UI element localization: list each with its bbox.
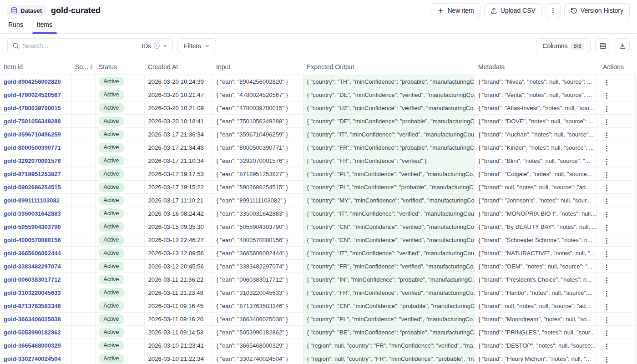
status-badge: Active (99, 248, 124, 258)
columns-button[interactable]: Columns 8/8 (536, 38, 591, 53)
created-at-cell: 2026-03-12 20:45:56 (144, 260, 212, 273)
metadata-cell: { "brand": "By BEAUTY BAY", "notes": nul… (475, 220, 597, 233)
filters-label: Filters (184, 42, 201, 50)
row-actions-kebab-icon[interactable] (603, 210, 610, 219)
actions-cell (597, 339, 635, 352)
table-row: gold-3302740024504 Active 2026-03-10 21:… (0, 352, 635, 364)
row-actions-kebab-icon[interactable] (603, 223, 610, 233)
row-actions-kebab-icon[interactable] (603, 157, 610, 167)
item-id-link[interactable]: gold-4780024520567 (4, 91, 61, 98)
search-input[interactable] (23, 42, 138, 50)
expected-output-cell: { "country": "MY", "minConfidence": "ver… (303, 194, 475, 207)
tab-items[interactable]: Items (36, 19, 53, 33)
item-id-link[interactable]: gold-7501056349288 (4, 118, 61, 125)
version-history-button[interactable]: Version History (564, 3, 630, 18)
row-actions-kebab-icon[interactable] (603, 78, 610, 87)
item-id-link[interactable]: gold-3663406025038 (4, 316, 61, 323)
table-row: gold-7501056349288 Active 2026-03-20 10:… (0, 115, 635, 128)
status-badge: Active (99, 328, 124, 337)
source-cell (71, 247, 95, 260)
row-actions-kebab-icon[interactable] (603, 183, 610, 193)
row-actions-kebab-icon[interactable] (603, 315, 610, 325)
search-icon (12, 42, 19, 49)
item-id-link[interactable]: gold-5053990182862 (4, 329, 61, 336)
input-cell: { "ean": "5902686254515" } (212, 181, 303, 194)
expected-output-cell: { "country": "DE", "minConfidence": "pro… (303, 115, 475, 128)
actions-cell (597, 260, 635, 273)
row-actions-kebab-icon[interactable] (603, 144, 610, 153)
row-actions-kebab-icon[interactable] (603, 104, 610, 114)
input-cell: { "ean": "8718951253827" } (212, 167, 303, 181)
item-id-link[interactable]: gold-3103220045633 (4, 289, 61, 296)
status-badge: Active (99, 341, 124, 350)
tab-runs[interactable]: Runs (7, 19, 24, 33)
metadata-cell: { "brand": "Haribo", "notes": null, "sou… (475, 286, 597, 299)
status-cell: Active (95, 233, 144, 247)
row-actions-kebab-icon[interactable] (603, 197, 610, 206)
expected-output-cell: { "region": null, "country": "FR", "minC… (303, 352, 475, 364)
row-actions-kebab-icon[interactable] (603, 131, 610, 140)
item-id-link[interactable]: gold-8000500390771 (4, 144, 61, 151)
item-id-link[interactable]: gold-3292070001576 (4, 157, 61, 164)
more-actions-button[interactable] (546, 3, 561, 18)
col-header-source: So...i (71, 60, 95, 75)
row-actions-kebab-icon[interactable] (603, 289, 610, 298)
item-id-link[interactable]: gold-4780039700015 (4, 105, 61, 111)
row-actions-kebab-icon[interactable] (603, 342, 610, 351)
col-header-input: Input (212, 60, 303, 75)
row-actions-kebab-icon[interactable] (603, 355, 610, 364)
row-actions-kebab-icon[interactable] (603, 329, 610, 338)
source-cell (71, 273, 95, 286)
item-id-link[interactable]: gold-3350031642883 (4, 210, 61, 217)
row-actions-kebab-icon[interactable] (603, 117, 610, 127)
item-id-link[interactable]: gold-5055904303790 (4, 223, 61, 230)
expected-output-cell: { "region": null, "country": "FR", "minC… (303, 339, 475, 352)
item-id-link[interactable]: gold-8904256002820 (4, 78, 61, 85)
row-actions-kebab-icon[interactable] (603, 249, 610, 259)
item-id-link[interactable]: gold-4000570080156 (4, 237, 61, 243)
item-id-link[interactable]: gold-3596710496259 (4, 131, 61, 138)
item-id-link[interactable]: gold-3665606002444 (4, 250, 61, 257)
metadata-cell: { "brand": "DESTOP", "notes": null, "sou… (475, 339, 597, 352)
created-at-cell: 2026-03-10 21:23:41 (144, 339, 212, 352)
row-actions-kebab-icon[interactable] (603, 276, 610, 285)
status-cell: Active (95, 128, 144, 141)
col-header-created-at: Created At (144, 60, 212, 75)
download-button[interactable] (615, 38, 630, 53)
item-id-link[interactable]: gold-3383482297074 (4, 263, 61, 270)
row-actions-kebab-icon[interactable] (603, 236, 610, 246)
created-at-cell: 2026-03-16 08:24:42 (144, 207, 212, 220)
expected-output-cell: { "country": "DE", "minConfidence": "ver… (303, 88, 475, 101)
source-cell (71, 286, 95, 299)
row-actions-kebab-icon[interactable] (603, 91, 610, 101)
row-actions-kebab-icon[interactable] (603, 263, 610, 272)
metadata-cell: { "brand": "Nivea", "notes": null, "sour… (475, 75, 597, 88)
table-row: gold-4780024520567 Active 2026-03-20 10:… (0, 88, 635, 101)
status-badge: Active (99, 314, 124, 324)
row-height-button[interactable] (595, 38, 610, 53)
item-id-link[interactable]: gold-3665468000329 (4, 342, 61, 349)
item-id-link[interactable]: gold-5902686254515 (4, 184, 61, 191)
expected-output-cell: { "country": "IT", "minConfidence": "ver… (303, 247, 475, 260)
expected-output-cell: { "country": "CN", "minConfidence": "pro… (303, 299, 475, 313)
item-id-link[interactable]: gold-8718951253827 (4, 171, 61, 177)
item-id-link[interactable]: gold-3302740024504 (4, 355, 61, 362)
table-row: gold-5053990182862 Active 2026-03-11 09:… (0, 326, 635, 339)
item-id-link[interactable]: gold-0060383017712 (4, 276, 61, 283)
filters-button[interactable]: Filters (177, 38, 216, 53)
col-header-item-id: Item id (0, 60, 71, 75)
actions-cell (597, 233, 635, 247)
search-scope-select[interactable]: IDs i (142, 42, 168, 50)
version-history-label: Version History (581, 7, 623, 14)
created-at-cell: 2026-03-17 19:17:53 (144, 167, 212, 181)
col-header-actions: Actions (597, 60, 635, 75)
actions-cell (597, 194, 635, 207)
row-actions-kebab-icon[interactable] (603, 170, 610, 180)
status-cell: Active (95, 299, 144, 313)
item-id-link[interactable]: gold-8713763583346 (4, 303, 61, 309)
table-row: gold-3665606002444 Active 2026-03-13 12:… (0, 247, 635, 260)
new-item-button[interactable]: New item (431, 3, 480, 18)
upload-csv-button[interactable]: Upload CSV (484, 3, 542, 18)
row-actions-kebab-icon[interactable] (603, 302, 610, 312)
item-id-link[interactable]: gold-8991111103082 (4, 197, 60, 204)
